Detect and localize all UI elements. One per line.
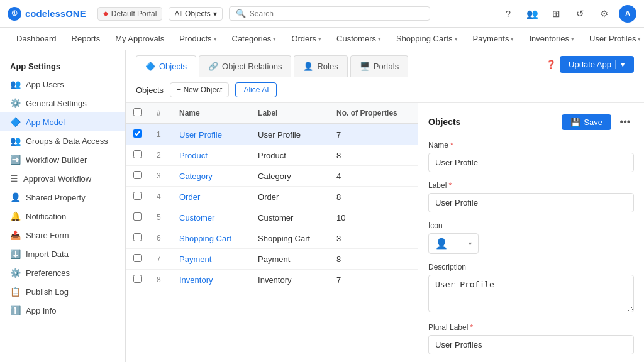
sidebar-item-import-data[interactable]: ⬇️ Import Data	[0, 244, 125, 263]
update-app-button[interactable]: Update App ▾	[560, 56, 634, 73]
sidebar-item-shared-property[interactable]: 👤 Shared Property	[0, 188, 125, 207]
row-count: 10	[329, 207, 418, 228]
sidebar-item-notification[interactable]: 🔔 Notification	[0, 207, 125, 226]
nav-orders[interactable]: Orders ▾	[285, 28, 328, 50]
row-name: User Profile	[172, 124, 250, 145]
help-circle-icon[interactable]: ❓	[546, 60, 556, 69]
table-row[interactable]: 3 Category Category 4	[126, 166, 418, 187]
description-field-group: Description User Profile	[428, 263, 634, 314]
required-indicator-label: *	[448, 181, 452, 190]
table-row[interactable]: 5 Customer Customer 10	[126, 207, 418, 228]
row-name-link[interactable]: Shopping Cart	[179, 234, 231, 243]
description-input[interactable]: User Profile	[428, 275, 634, 312]
row-checkbox[interactable]	[133, 150, 142, 158]
table-row[interactable]: 7 Payment Payment 8	[126, 249, 418, 270]
sidebar-item-label: App Users	[26, 80, 64, 89]
row-num: 5	[149, 207, 172, 228]
row-checkbox[interactable]	[133, 254, 142, 262]
apps-icon[interactable]: ⊞	[547, 5, 565, 23]
search-input[interactable]	[250, 9, 423, 18]
objects-selector[interactable]: All Objects ▾	[169, 7, 222, 21]
row-name-link[interactable]: Inventory	[179, 275, 213, 285]
users-icon[interactable]: 👥	[523, 5, 541, 23]
app-logo[interactable]: ① codelessONE	[8, 7, 86, 21]
content-area: # Name Label No. of Properties 1 User Pr…	[126, 103, 644, 362]
nav-inventories[interactable]: Inventories ▾	[523, 28, 580, 50]
icon-selector[interactable]: 👤 ▾	[428, 233, 479, 254]
save-button[interactable]: 💾 Save	[562, 114, 611, 130]
portals-tab-icon: 🖥️	[360, 62, 370, 71]
tab-portals[interactable]: 🖥️ Portals	[350, 55, 408, 77]
new-object-button[interactable]: + New Object	[170, 82, 229, 97]
portal-selector[interactable]: ◆ Default Portal	[97, 7, 163, 21]
sidebar-item-general-settings[interactable]: ⚙️ General Settings	[0, 94, 125, 112]
table-row[interactable]: 2 Product Product 8	[126, 145, 418, 166]
row-name-link[interactable]: Order	[179, 192, 200, 202]
nav-payments[interactable]: Payments ▾	[467, 28, 521, 50]
sidebar-item-app-info[interactable]: ℹ️ App Info	[0, 301, 125, 320]
workflow-builder-icon: ➡️	[10, 155, 21, 165]
sidebar-item-share-form[interactable]: 📤 Share Form	[0, 226, 125, 244]
shared-property-icon: 👤	[10, 192, 21, 202]
nav-products[interactable]: Products ▾	[173, 28, 223, 50]
row-checkbox[interactable]	[133, 275, 142, 283]
help-icon[interactable]: ?	[499, 5, 517, 23]
nav-customers[interactable]: Customers ▾	[330, 28, 387, 50]
row-label: Order	[250, 187, 329, 207]
row-checkbox[interactable]	[133, 233, 142, 241]
sidebar-item-preferences[interactable]: ⚙️ Preferences	[0, 263, 125, 282]
sidebar-item-label: Preferences	[26, 268, 70, 278]
select-all-checkbox[interactable]	[133, 108, 142, 116]
nav-shopping-carts[interactable]: Shopping Carts ▾	[390, 28, 464, 50]
table-row[interactable]: 8 Inventory Inventory 7	[126, 270, 418, 290]
logo-icon: ①	[8, 7, 21, 21]
row-checkbox[interactable]	[133, 129, 142, 138]
sidebar-item-app-model[interactable]: 🔷 App Model	[0, 112, 125, 131]
nav-dashboard[interactable]: Dashboard	[10, 28, 63, 50]
table-row[interactable]: 4 Order Order 8	[126, 187, 418, 207]
search-box[interactable]: 🔍	[229, 6, 430, 21]
sidebar-item-workflow-builder[interactable]: ➡️ Workflow Builder	[0, 150, 125, 169]
row-checkbox[interactable]	[133, 212, 142, 221]
name-input[interactable]	[428, 153, 634, 172]
row-name-link[interactable]: Customer	[179, 213, 214, 222]
objects-label: All Objects	[174, 9, 210, 18]
plural-label-input[interactable]	[428, 335, 634, 354]
tab-roles[interactable]: 👤 Roles	[294, 55, 347, 77]
row-name-link[interactable]: User Profile	[179, 130, 222, 140]
nav-user-profiles[interactable]: User Profiles ▾	[583, 28, 644, 50]
settings-icon[interactable]: ⚙	[595, 5, 613, 23]
sidebar-item-groups-data-access[interactable]: 👥 Groups & Data Access	[0, 131, 125, 150]
row-name-link[interactable]: Payment	[179, 255, 211, 264]
table-row[interactable]: 1 User Profile User Profile 7	[126, 124, 418, 145]
more-options-button[interactable]: •••	[616, 113, 634, 131]
required-indicator: *	[450, 141, 453, 150]
sidebar-item-approval-workflow[interactable]: ☰ Approval Workflow	[0, 169, 125, 188]
sidebar-item-label: Import Data	[26, 250, 69, 259]
nav-approvals[interactable]: My Approvals	[109, 28, 170, 50]
label-field-group: Label *	[428, 181, 634, 212]
nav-reports[interactable]: Reports	[65, 28, 107, 50]
nav-categories[interactable]: Categories ▾	[226, 28, 283, 50]
row-count: 7	[329, 124, 418, 145]
row-name-link[interactable]: Category	[179, 172, 213, 181]
groups-icon: 👥	[10, 136, 21, 146]
name-field-group: Name *	[428, 141, 634, 172]
row-checkbox[interactable]	[133, 192, 142, 200]
label-input[interactable]	[428, 193, 634, 212]
avatar[interactable]: A	[619, 5, 636, 23]
row-label: User Profile	[250, 124, 329, 145]
objects-tab-icon: 🔷	[145, 62, 155, 71]
row-checkbox[interactable]	[133, 171, 142, 179]
table-row[interactable]: 6 Shopping Cart Shopping Cart 3	[126, 228, 418, 249]
row-num: 2	[149, 145, 172, 166]
sidebar-item-app-users[interactable]: 👥 App Users	[0, 75, 125, 94]
alice-ai-button[interactable]: Alice AI	[235, 82, 277, 97]
row-label: Product	[250, 145, 329, 166]
sidebar-item-publish-log[interactable]: 📋 Publish Log	[0, 282, 125, 301]
tab-objects[interactable]: 🔷 Objects	[136, 55, 196, 77]
tab-object-relations[interactable]: 🔗 Object Relations	[199, 55, 291, 77]
row-name-link[interactable]: Product	[179, 151, 208, 160]
row-count: 8	[329, 187, 418, 207]
history-icon[interactable]: ↺	[571, 5, 589, 23]
